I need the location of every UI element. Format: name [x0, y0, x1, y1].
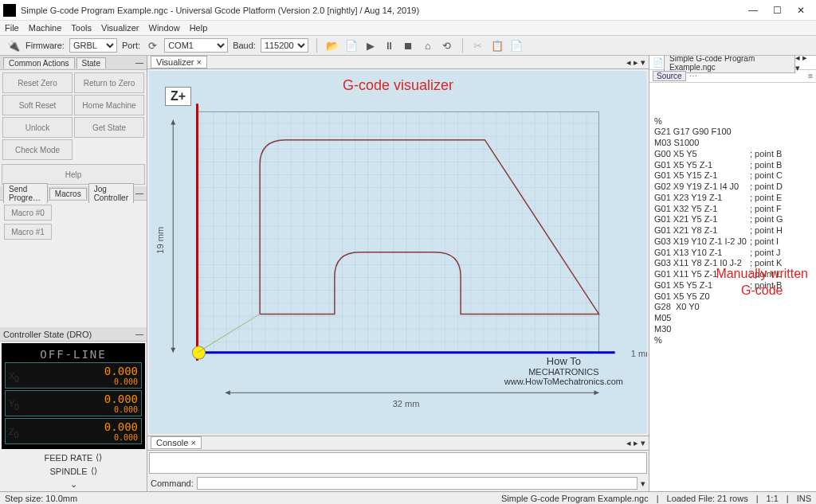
play-icon[interactable]: ▶: [363, 38, 378, 53]
tab-visualizer[interactable]: Visualizer ×: [151, 56, 207, 68]
tab-common-actions[interactable]: Common Actions: [3, 57, 75, 68]
menu-machine[interactable]: Machine: [29, 23, 62, 33]
editor-menu-icon[interactable]: ≡: [808, 72, 813, 80]
baud-label: Baud:: [233, 41, 256, 50]
command-dropdown-icon[interactable]: ▾: [641, 479, 645, 489]
check-mode-button[interactable]: Check Mode: [2, 139, 73, 160]
visualizer-canvas[interactable]: Z+ G-code visualizer 32 mm 19 mm 1 mm: [149, 71, 647, 434]
tab-nav-icon[interactable]: ◂ ▸ ▾: [626, 57, 645, 68]
help-button[interactable]: Help: [2, 164, 145, 185]
dro-title: Controller State (DRO): [3, 330, 92, 339]
open-file-icon[interactable]: 📂: [325, 38, 339, 53]
stop-icon[interactable]: ⏹: [402, 38, 416, 53]
status-step: Step size: 10.0mm: [5, 494, 77, 503]
code-line[interactable]: M30: [654, 324, 811, 335]
svg-rect-0: [197, 111, 598, 352]
get-state-button[interactable]: Get State: [74, 117, 144, 138]
menu-bar: File Machine Tools Visualizer Window Hel…: [0, 21, 816, 35]
code-line[interactable]: G03 X19 Y10 Z-1 I-2 J0; point I: [654, 236, 811, 248]
spindle-slider-icon[interactable]: ⟨⟩: [91, 466, 97, 476]
baud-select[interactable]: 115200: [261, 38, 308, 53]
z-axis-label: Z+: [165, 87, 191, 106]
expand-icon[interactable]: ⌄: [70, 479, 77, 490]
code-line[interactable]: M03 S1000: [654, 138, 811, 149]
unlock-button[interactable]: Unlock: [2, 117, 73, 138]
reset-zero-button[interactable]: Reset Zero: [2, 72, 73, 93]
code-line[interactable]: G00 X5 Y5; point B: [654, 149, 811, 160]
code-line[interactable]: M05: [654, 313, 811, 324]
status-bar: Step size: 10.0mm Simple G-code Program …: [0, 491, 816, 504]
paste-icon[interactable]: 📄: [509, 38, 524, 53]
editor-toolbar-icon[interactable]: ⋯: [689, 72, 697, 80]
common-actions-header: Common Actions State —: [0, 56, 147, 70]
pause-icon[interactable]: ⏸: [382, 38, 397, 53]
home-icon[interactable]: ⌂: [421, 38, 435, 53]
code-line[interactable]: G02 X9 Y19 Z-1 I4 J0; point D: [654, 182, 811, 193]
home-machine-button[interactable]: Home Machine: [74, 95, 144, 115]
panel-minimize-icon[interactable]: —: [135, 330, 143, 338]
dro-x-row[interactable]: X0 0.0000.000: [5, 362, 142, 389]
code-editor[interactable]: Manually written G-code %G21 G17 G90 F10…: [649, 83, 816, 491]
port-label: Port:: [122, 41, 140, 50]
code-line[interactable]: G21 G17 G90 F100: [654, 127, 811, 138]
visualizer-tabbar: Visualizer × ◂ ▸ ▾: [147, 56, 649, 69]
spindle-label: SPINDLE: [49, 467, 87, 476]
dro-header: Controller State (DRO) —: [0, 327, 147, 342]
firmware-select[interactable]: GRBL: [69, 38, 117, 53]
return-zero-button[interactable]: Return to Zero: [74, 72, 144, 93]
code-line[interactable]: G01 X32 Y5 Z-1; point F: [654, 204, 811, 215]
code-line[interactable]: G01 X5 Y5 Z-1; point B: [654, 160, 811, 171]
tab-source[interactable]: Source: [653, 71, 686, 81]
status-ins: INS: [797, 494, 811, 503]
close-button[interactable]: ✕: [789, 2, 813, 19]
menu-visualizer[interactable]: Visualizer: [101, 23, 139, 33]
command-input[interactable]: [197, 477, 638, 490]
feed-slider-icon[interactable]: ⟨⟩: [96, 452, 102, 463]
overlay-annotation: Manually written G-code: [716, 266, 808, 299]
axis-z-label: Z: [9, 427, 14, 436]
menu-help[interactable]: Help: [190, 23, 208, 33]
status-file: Simple G-code Program Example.ngc: [501, 494, 649, 503]
tab-console[interactable]: Console ×: [151, 436, 202, 449]
code-line[interactable]: G01 X13 Y10 Z-1; point J: [654, 248, 811, 259]
watermark: How To MECHATRONICS www.HowToMechatronic…: [504, 355, 623, 386]
maximize-button[interactable]: ☐: [765, 2, 789, 19]
dro-y-row[interactable]: Y0 0.0000.000: [5, 390, 142, 416]
x-work-value: 0.000: [104, 365, 138, 377]
code-line[interactable]: G01 X23 Y19 Z-1; point E: [654, 193, 811, 204]
cut-icon[interactable]: ✂: [471, 38, 485, 53]
tab-macros[interactable]: Macros: [49, 188, 87, 199]
x-dimension: 32 mm: [393, 399, 420, 408]
code-line[interactable]: G01 X21 Y8 Z-1; point H: [654, 225, 811, 236]
panel-minimize-icon[interactable]: —: [135, 189, 143, 197]
left-panel: Common Actions State — Reset Zero Return…: [0, 56, 147, 491]
dro-z-row[interactable]: Z0 0.0000.000: [5, 418, 142, 444]
reset-icon[interactable]: ⟲: [440, 38, 454, 53]
copy-icon[interactable]: 📋: [490, 38, 504, 53]
z-work-value: 0.000: [104, 420, 138, 433]
console-output[interactable]: [149, 452, 647, 474]
code-line[interactable]: G28 X0 Y0: [654, 302, 811, 313]
macros-header: Send Progre… Macros Jog Controller —: [0, 186, 147, 201]
menu-window[interactable]: Window: [149, 23, 180, 33]
tab-state[interactable]: State: [76, 57, 106, 68]
code-line[interactable]: G01 X21 Y5 Z-1; point G: [654, 214, 811, 225]
status-rows: Loaded File: 21 rows: [667, 494, 748, 503]
code-line[interactable]: G01 X5 Y15 Z-1; point C: [654, 170, 811, 182]
status-ratio: 1:1: [767, 494, 779, 503]
tab-nav-icon[interactable]: ◂ ▸ ▾: [626, 438, 645, 448]
minimize-button[interactable]: —: [741, 2, 765, 19]
macro-0-button[interactable]: Macro #0: [4, 205, 52, 221]
macro-1-button[interactable]: Macro #1: [4, 224, 52, 240]
connect-icon[interactable]: 🔌: [6, 38, 21, 53]
menu-tools[interactable]: Tools: [71, 23, 92, 33]
app-logo-icon: [3, 4, 16, 17]
code-line[interactable]: %: [654, 335, 811, 346]
save-icon[interactable]: 📄: [344, 38, 359, 53]
code-line[interactable]: %: [654, 116, 811, 127]
port-select[interactable]: COM1: [164, 38, 228, 53]
refresh-icon[interactable]: ⟳: [145, 38, 159, 53]
menu-file[interactable]: File: [5, 23, 19, 33]
panel-minimize-icon[interactable]: —: [135, 58, 143, 67]
soft-reset-button[interactable]: Soft Reset: [2, 95, 73, 115]
